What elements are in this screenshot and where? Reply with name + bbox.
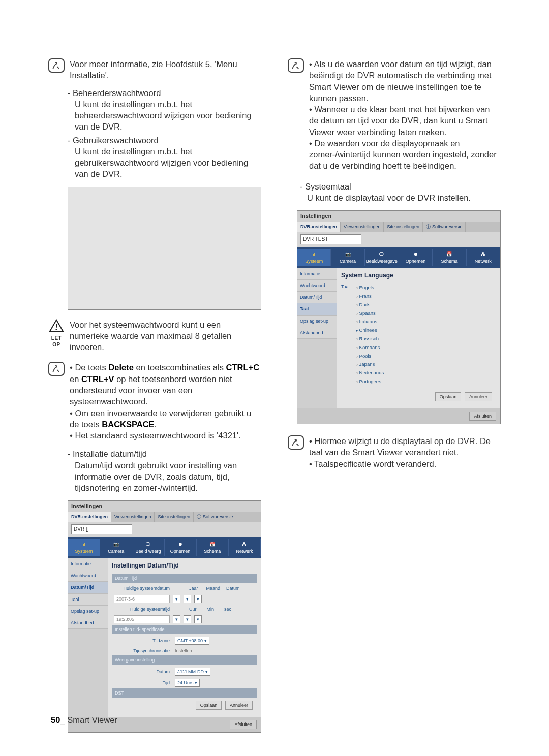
tab-dvr-instellingen[interactable]: DVR-instellingen	[68, 512, 111, 522]
system-sidebar: Informatie Wachtwoord Datum/Tijd Taal Op…	[68, 558, 108, 717]
cat-camera[interactable]: 📷Camera	[100, 539, 132, 556]
timezone-select[interactable]: GMT +08:00 ▾	[175, 637, 209, 645]
cat-beeld[interactable]: 🖵Beeldweergave	[365, 249, 399, 266]
day-select[interactable]: ▾	[194, 595, 202, 603]
tip-delete: • De toets Delete en toetscombinaties al…	[70, 362, 261, 407]
cancel-button[interactable]: Annuleer	[465, 392, 492, 401]
date-format-select[interactable]: JJJJ-MM-DD ▾	[175, 668, 210, 676]
apply-button[interactable]: Opslaan	[435, 392, 462, 401]
current-time-field[interactable]: 19:23:05	[114, 615, 170, 623]
tip-r4: • Hiermee wijzigt u de displaytaal op de…	[309, 435, 501, 458]
screenshot-datetime-settings: Instellingen DVR-instellingen Viewerinst…	[68, 500, 261, 733]
language-panel: System Language Taal Engels Frans Duits …	[337, 268, 500, 408]
sidebar-item-afstand[interactable]: Afstandbed.	[68, 617, 108, 629]
sidebar-item-informatie[interactable]: Informatie	[68, 558, 108, 570]
sidebar-item-taal[interactable]: Taal	[68, 594, 108, 606]
sidebar-item-wachtwoord[interactable]: Wachtwoord	[68, 570, 108, 582]
month-select[interactable]: ▾	[184, 595, 191, 603]
tab-softwareversie[interactable]: ⓘ Softwareversie	[194, 512, 237, 522]
lang-option[interactable]: Koreaans	[355, 343, 384, 352]
svg-point-1	[56, 329, 57, 330]
info-note-1: Voor meer informatie, zie Hoofdstuk 5, '…	[48, 58, 261, 81]
cat-netwerk[interactable]: 🖧Netwerk	[467, 249, 500, 266]
item-gebruikerswachtwoord: -Gebruikerswachtwoord U kunt de instelli…	[68, 135, 261, 180]
cat-systeem[interactable]: 🖥Systeem	[68, 539, 100, 556]
cat-opnemen[interactable]: ⏺Opnemen	[165, 539, 197, 556]
lang-option[interactable]: Spaans	[355, 309, 384, 318]
lang-option[interactable]: Frans	[355, 292, 384, 301]
tab-dvr-instellingen[interactable]: DVR-instellingen	[297, 222, 341, 232]
dvr-select[interactable]: DVR []	[71, 524, 132, 534]
cat-opnemen[interactable]: ⏺Opnemen	[399, 249, 433, 266]
lang-option[interactable]: Nederlands	[355, 369, 384, 377]
close-button[interactable]: Afsluiten	[230, 720, 257, 729]
tab-site-instellingen[interactable]: Site-instellingen	[155, 512, 194, 522]
tab-viewer-instellingen[interactable]: Viewerinstellingen	[111, 512, 155, 522]
min-select[interactable]: ▾	[184, 615, 191, 623]
info-note-4: • Hiermee wijzigt u de displaytaal op de…	[288, 435, 501, 469]
system-sidebar: Informatie Wachtwoord Datum/Tijd Taal Op…	[297, 268, 337, 408]
note-icon	[48, 58, 65, 73]
note-icon	[288, 435, 304, 450]
category-row: 🖥Systeem 📷Camera 🖵Beeldweergave ⏺Opnemen…	[297, 247, 500, 268]
tip-backspace: • Om een invoerwaarde te verwijderen geb…	[70, 407, 261, 430]
hour-select[interactable]: ▾	[173, 615, 180, 623]
lang-option[interactable]: Pools	[355, 352, 384, 361]
window-title: Instellingen	[68, 501, 261, 512]
tip-r3: • De waarden voor de displayopmaak en zo…	[309, 138, 501, 172]
sidebar-item-taal[interactable]: Taal	[297, 303, 337, 315]
cat-netwerk[interactable]: 🖧Netwerk	[229, 539, 261, 556]
cat-systeem[interactable]: 🖥Systeem	[297, 249, 331, 266]
sec-select[interactable]: ▾	[194, 615, 202, 623]
tip-r2: • Wanneer u de klaar bent met het bijwer…	[309, 104, 501, 138]
info-note-2: • De toets Delete en toetscombinaties al…	[48, 362, 261, 441]
tab-viewer-instellingen[interactable]: Viewerinstellingen	[341, 222, 384, 232]
sidebar-item-afstand[interactable]: Afstandbed.	[297, 327, 337, 339]
tip-default-pw: • Het standaard systeemwachtwoord is '43…	[70, 430, 261, 441]
time-format-select[interactable]: 24 Uurs ▾	[175, 679, 200, 687]
lang-option-selected[interactable]: Chinees	[355, 326, 384, 335]
close-button[interactable]: Afsluiten	[469, 412, 496, 421]
sidebar-item-informatie[interactable]: Informatie	[297, 268, 337, 280]
caution-icon: LET OP	[48, 319, 65, 353]
current-date-field[interactable]: 2007-3-6	[114, 595, 170, 603]
sidebar-item-wachtwoord[interactable]: Wachtwoord	[297, 280, 337, 292]
sidebar-item-opslag[interactable]: Opslag set-up	[297, 316, 337, 327]
settings-tabs: DVR-instellingen Viewerinstellingen Site…	[68, 512, 261, 522]
lang-option[interactable]: Portugees	[355, 377, 384, 386]
settings-tabs: DVR-instellingen Viewerinstellingen Site…	[297, 222, 500, 232]
info-note-3: • Als u de waarden voor datum en tijd wi…	[288, 58, 501, 172]
note-icon	[48, 362, 65, 376]
tab-site-instellingen[interactable]: Site-instellingen	[384, 222, 423, 232]
right-column: • Als u de waarden voor datum en tijd wi…	[288, 58, 501, 742]
category-row: 🖥Systeem 📷Camera 🖵Beeld weerg ⏺Opnemen 📅…	[68, 537, 261, 558]
datetime-panel: Instellingen Datum/Tijd Datum Tijd Huidi…	[108, 558, 261, 717]
item-systeemtaal: -Systeemtaal U kunt de displaytaal voor …	[300, 181, 501, 204]
dvr-select[interactable]: DVR TEST	[300, 234, 361, 244]
year-select[interactable]: ▾	[173, 595, 180, 603]
lang-option[interactable]: Japans	[355, 360, 384, 369]
cancel-button[interactable]: Annuleer	[225, 701, 253, 710]
sidebar-item-datum-tijd[interactable]: Datum/Tijd	[297, 292, 337, 303]
page-footer: 50_ Smart Viewer	[51, 714, 117, 726]
info-note-text: Voor meer informatie, zie Hoofdstuk 5, '…	[70, 58, 261, 81]
caution-note: LET OP Voor het systeemwachtwoord kunt u…	[48, 319, 261, 353]
window-title: Instellingen	[297, 211, 500, 222]
caution-text: Voor het systeemwachtwoord kunt u een nu…	[70, 319, 261, 353]
screenshot-password-placeholder	[68, 187, 261, 310]
cat-camera[interactable]: 📷Camera	[331, 249, 364, 266]
lang-option[interactable]: Italiaans	[355, 318, 384, 326]
item-beheerderswachtwoord: -Beheerderswachtwoord U kunt de instelli…	[68, 87, 261, 133]
cat-schema[interactable]: 📅Schema	[433, 249, 466, 266]
sidebar-item-datum-tijd[interactable]: Datum/Tijd	[68, 582, 108, 593]
cat-schema[interactable]: 📅Schema	[197, 539, 229, 556]
tab-softwareversie[interactable]: ⓘ Softwareversie	[423, 222, 466, 232]
lang-option[interactable]: Engels	[355, 284, 384, 292]
lang-option[interactable]: Duits	[355, 301, 384, 309]
sidebar-item-opslag[interactable]: Opslag set-up	[68, 606, 108, 617]
apply-button[interactable]: Opslaan	[196, 701, 222, 710]
lang-option[interactable]: Russisch	[355, 335, 384, 343]
tip-r5: • Taalspecificatie wordt veranderd.	[309, 458, 501, 469]
cat-beeld[interactable]: 🖵Beeld weerg	[132, 539, 164, 556]
left-column: Voor meer informatie, zie Hoofdstuk 5, '…	[48, 58, 261, 742]
